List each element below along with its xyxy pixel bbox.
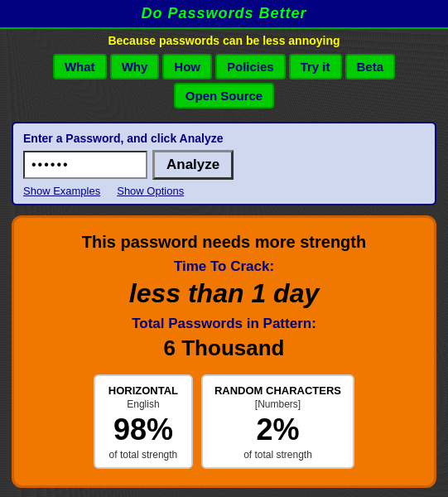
box-footer-horizontal: of total strength <box>107 449 180 461</box>
strength-boxes: HORIZONTAL English 98% of total strength… <box>31 374 417 469</box>
nav-btn-what[interactable]: What <box>53 54 107 80</box>
box-percent-random: 2% <box>214 413 341 446</box>
box-footer-random: of total strength <box>214 449 341 461</box>
show-examples-link[interactable]: Show Examples <box>23 185 100 197</box>
nav-btn-tryit[interactable]: Try it <box>289 54 342 80</box>
box-type-horizontal: HORIZONTAL <box>107 384 180 398</box>
tagline: Because passwords can be less annoying <box>0 29 448 51</box>
result-crack-label: Time To Crack: <box>31 258 417 275</box>
strength-box-horizontal: HORIZONTAL English 98% of total strength <box>94 374 193 469</box>
password-input[interactable] <box>23 151 147 179</box>
nav-btn-how[interactable]: How <box>162 54 212 80</box>
nav-btn-why[interactable]: Why <box>110 54 160 80</box>
result-crack-value: less than 1 day <box>31 278 417 309</box>
box-subtype-random: [Numbers] <box>214 398 341 410</box>
box-subtype-horizontal: English <box>107 398 180 410</box>
input-section: Enter a Password, and click Analyze Anal… <box>12 122 436 205</box>
result-pattern-value: 6 Thousand <box>31 335 417 361</box>
box-percent-horizontal: 98% <box>107 413 180 446</box>
input-label: Enter a Password, and click Analyze <box>23 132 425 145</box>
analyze-button[interactable]: Analyze <box>152 150 234 180</box>
banner-title: Do Passwords Better <box>141 5 306 22</box>
strength-box-random: RANDOM CHARACTERS [Numbers] 2% of total … <box>201 374 354 469</box>
nav-bar: What Why How Policies Try it Beta Open S… <box>0 51 448 117</box>
input-links: Show Examples Show Options <box>23 185 425 197</box>
result-pattern-label: Total Passwords in Pattern: <box>31 316 417 332</box>
show-options-link[interactable]: Show Options <box>117 185 184 197</box>
box-type-random: RANDOM CHARACTERS <box>214 384 341 398</box>
result-card: This password needs more strength Time T… <box>12 215 436 488</box>
input-row: Analyze <box>23 150 425 180</box>
nav-btn-opensource[interactable]: Open Source <box>174 83 274 109</box>
result-title: This password needs more strength <box>31 233 417 252</box>
nav-btn-policies[interactable]: Policies <box>215 54 286 80</box>
nav-btn-beta[interactable]: Beta <box>345 54 396 80</box>
top-banner: Do Passwords Better <box>0 0 448 29</box>
